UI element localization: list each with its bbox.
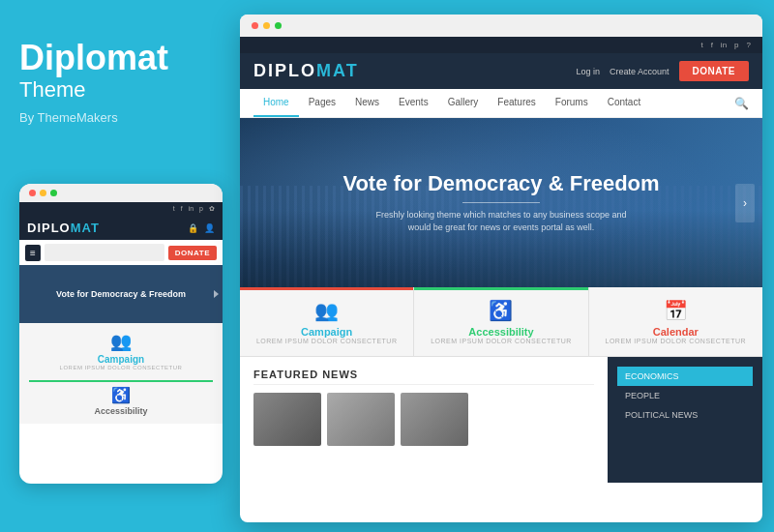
campaign-feature-title: Campaign (301, 326, 352, 338)
calendar-feature-icon: 📅 (664, 299, 688, 322)
mobile-traffic-lights (19, 184, 223, 202)
campaign-feature-icon: 👥 (314, 299, 339, 322)
mobile-donate-button[interactable]: DONATE (168, 246, 217, 260)
desktop-dot-red (252, 22, 258, 29)
feature-card-campaign: 👥 Campaign LOREM IPSUM DOLOR CONSECTETUR (240, 287, 414, 356)
desktop-top-right: Log in Create Account DONATE (576, 61, 749, 81)
user-icon: 👤 (204, 223, 215, 233)
accessibility-icon: ♿ (111, 386, 131, 404)
mobile-hero-text: Vote for Democracy & Freedom (56, 289, 186, 299)
mobile-mockup: t f in p ✿ DIPLOMAT 🔒 👤 ≡ DONATE Vote fo… (19, 184, 223, 484)
social-facebook[interactable]: f (181, 205, 183, 213)
desktop-bottom: FEATURED NEWS ECONOMICS PEOPLE POLITICAL… (240, 357, 762, 483)
mobile-nav-bar: DIPLOMAT 🔒 👤 (19, 216, 223, 240)
mobile-hamburger-icon[interactable]: ≡ (25, 245, 41, 261)
nav-item-contact[interactable]: Contact (598, 89, 650, 117)
mobile-search-input[interactable] (45, 244, 164, 261)
dot-green (50, 190, 57, 196)
news-thumb-1[interactable] (253, 393, 321, 446)
feature-card-calendar: 📅 Calendar LOREM IPSUM DOLOR CONSECTETUR (589, 287, 762, 356)
nav-item-events[interactable]: Events (389, 89, 438, 117)
campaign-title: Campaign (98, 354, 144, 365)
hero-subtitle: Freshly looking theme which matches to a… (342, 209, 659, 235)
news-thumbnails (253, 393, 594, 446)
category-people[interactable]: PEOPLE (617, 386, 753, 405)
divider-green (29, 380, 213, 382)
desktop-top-nav: DIPLOMAT Log in Create Account DONATE (240, 53, 762, 89)
desktop-social-bar: t f in p ? (240, 37, 762, 53)
hero-content: Vote for Democracy & Freedom Freshly loo… (342, 171, 659, 235)
login-link[interactable]: Log in (576, 67, 600, 76)
feature-cards: 👥 Campaign LOREM IPSUM DOLOR CONSECTETUR… (240, 287, 762, 357)
search-icon[interactable]: 🔍 (734, 97, 749, 110)
nav-item-news[interactable]: News (345, 89, 389, 117)
mobile-hero: Vote for Democracy & Freedom (19, 265, 223, 323)
desktop-social-linkedin[interactable]: in (721, 41, 727, 49)
social-other[interactable]: ✿ (209, 205, 215, 213)
dot-red (29, 190, 36, 196)
desktop-social-facebook[interactable]: f (711, 41, 713, 49)
desktop-traffic-lights (240, 15, 762, 37)
desktop-dot-green (275, 22, 282, 29)
hero-title: Vote for Democracy & Freedom (342, 171, 659, 196)
campaign-sub: LOREM IPSUM DOLOR CONSECTETUR (60, 365, 183, 370)
lock-icon: 🔒 (188, 223, 198, 233)
mobile-action-bar: ≡ DONATE (19, 240, 223, 265)
featured-news-title: FEATURED NEWS (253, 369, 594, 385)
hero-subtitle-line1: Freshly looking theme which matches to a… (375, 210, 626, 220)
news-thumb-2[interactable] (327, 393, 395, 446)
mobile-logo: DIPLOMAT (27, 221, 100, 235)
desktop-hero: Vote for Democracy & Freedom Freshly loo… (240, 118, 762, 287)
calendar-feature-sub: LOREM IPSUM DOLOR CONSECTETUR (606, 338, 747, 344)
desktop-social-other[interactable]: ? (747, 41, 751, 49)
social-linkedin[interactable]: in (189, 205, 194, 213)
sidebar-categories: ECONOMICS PEOPLE POLITICAL NEWS (608, 357, 762, 483)
theme-by: By ThemeMakers (19, 110, 232, 125)
desktop-donate-button[interactable]: DONATE (679, 61, 749, 81)
accessibility-feature-sub: LOREM IPSUM DOLOR CONSECTETUR (431, 338, 572, 344)
social-pinterest[interactable]: p (199, 205, 203, 213)
desktop-menu-bar: Home Pages News Events Gallery Features … (240, 89, 762, 118)
hero-divider (462, 202, 540, 203)
nav-item-forums[interactable]: Forums (546, 89, 598, 117)
hero-next-arrow[interactable]: › (735, 184, 755, 222)
mobile-social-bar: t f in p ✿ (19, 202, 223, 216)
desktop-mockup: t f in p ? DIPLOMAT Log in Create Accoun… (240, 15, 762, 522)
featured-news-section: FEATURED NEWS (240, 357, 608, 483)
create-account-link[interactable]: Create Account (610, 67, 670, 76)
desktop-dot-yellow (263, 22, 270, 29)
campaign-icon: 👥 (110, 331, 132, 352)
mobile-features: 👥 Campaign LOREM IPSUM DOLOR CONSECTETUR… (19, 323, 223, 424)
desktop-social-pinterest[interactable]: p (734, 41, 738, 49)
accessibility-title: Accessibility (94, 406, 147, 416)
nav-item-gallery[interactable]: Gallery (438, 89, 489, 117)
mobile-nav-icons: 🔒 👤 (188, 223, 215, 233)
category-economics[interactable]: ECONOMICS (617, 367, 753, 386)
accessibility-feature-title: Accessibility (468, 326, 533, 338)
theme-title-bold: Diplomat (19, 39, 232, 77)
hero-subtitle-line2: would be great for news or events portal… (408, 222, 595, 232)
left-panel: Diplomat Theme By ThemeMakers (19, 39, 232, 125)
accessibility-feature-icon: ♿ (489, 299, 513, 322)
desktop-logo: DIPLOMAT (253, 61, 359, 81)
news-thumb-3[interactable] (401, 393, 468, 446)
category-political-news[interactable]: POLITICAL NEWS (617, 405, 753, 425)
dot-yellow (40, 190, 46, 196)
nav-item-home[interactable]: Home (253, 89, 299, 117)
campaign-feature-sub: LOREM IPSUM DOLOR CONSECTETUR (256, 338, 398, 344)
feature-card-accessibility: ♿ Accessibility LOREM IPSUM DOLOR CONSEC… (414, 287, 588, 356)
nav-item-pages[interactable]: Pages (299, 89, 345, 117)
nav-item-features[interactable]: Features (488, 89, 545, 117)
social-twitter[interactable]: t (173, 205, 175, 213)
desktop-social-twitter[interactable]: t (700, 41, 702, 49)
calendar-feature-title: Calendar (653, 326, 699, 338)
theme-title-thin: Theme (19, 77, 232, 103)
